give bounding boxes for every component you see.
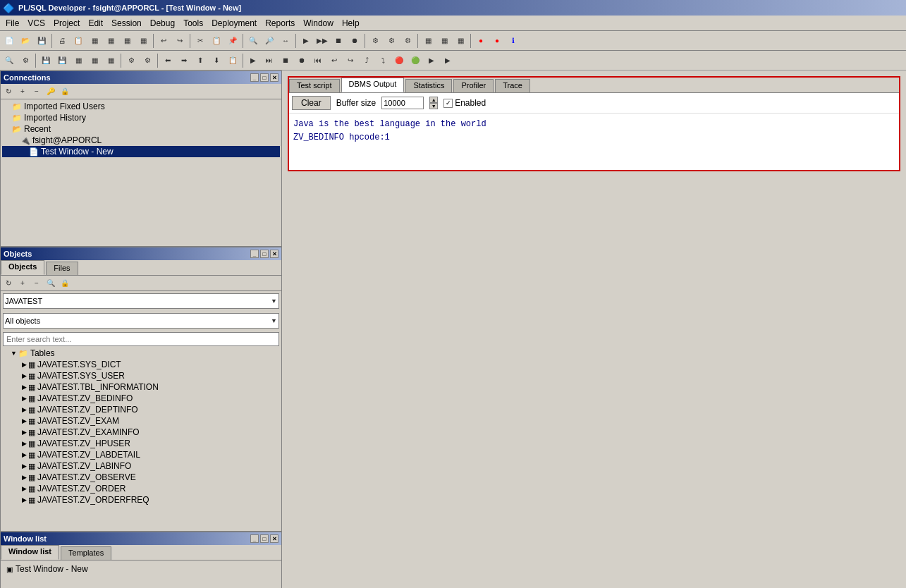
tb2-debug8[interactable]: ⤴	[359, 53, 374, 68]
tb-b1[interactable]: ▦	[87, 33, 102, 49]
objects-search-btn[interactable]: 🔍	[44, 277, 57, 290]
objects-refresh[interactable]: ↻	[2, 277, 15, 290]
tb2-b1[interactable]: ⚙	[18, 53, 33, 68]
tb-info[interactable]: ℹ	[506, 33, 521, 49]
tree-imported-fixed[interactable]: 📁 Imported Fixed Users	[2, 101, 280, 112]
menu-project[interactable]: Project	[49, 17, 84, 30]
tb-open[interactable]: 📂	[18, 33, 33, 49]
tb2-b6[interactable]: ▦	[103, 53, 118, 68]
tb2-b4[interactable]: ▦	[71, 53, 86, 68]
tb2-debug6[interactable]: ↩	[326, 53, 342, 68]
tab-templates[interactable]: Templates	[61, 546, 111, 560]
tb2-back[interactable]: ⬅	[160, 53, 176, 68]
tb-compile2[interactable]: ▶▶	[314, 33, 330, 49]
tb-red2[interactable]: ●	[489, 33, 505, 49]
tb2-debug7[interactable]: ↪	[343, 53, 358, 68]
list-item[interactable]: ▶ ▦ JAVATEST.ZV_ORDERFREQ	[1, 494, 281, 506]
list-item[interactable]: ▶ ▦ JAVATEST.SYS_USER	[1, 370, 281, 381]
list-item[interactable]: ▶ ▦ JAVATEST.ZV_DEPTINFO	[1, 404, 281, 415]
tb-red1[interactable]: ●	[473, 33, 489, 49]
buffer-spin-up[interactable]: ▲	[429, 97, 438, 103]
tb2-debug10[interactable]: 🔴	[391, 53, 407, 68]
tab-trace[interactable]: Trace	[495, 79, 530, 92]
tree-imported-history[interactable]: 📁 Imported History	[2, 112, 280, 123]
window-list-maximize[interactable]: □	[260, 534, 269, 543]
tree-recent[interactable]: 📂 Recent	[2, 123, 280, 135]
tb2-forward[interactable]: ➡	[176, 53, 192, 68]
tb2-debug2[interactable]: ⏭	[262, 53, 277, 68]
tb2-clip[interactable]: 📋	[225, 53, 240, 68]
tb-dbms3[interactable]: ⚙	[400, 33, 415, 49]
enabled-checkbox-container[interactable]: ✓ Enabled	[443, 98, 486, 108]
enabled-checkbox[interactable]: ✓	[443, 99, 453, 108]
tb-dbms2[interactable]: ⚙	[384, 33, 399, 49]
objects-minimize[interactable]: _	[250, 250, 259, 258]
list-item[interactable]: ▶ ▦ JAVATEST.SYS_DICT	[1, 359, 281, 370]
tb2-search[interactable]: 🔍	[1, 53, 17, 68]
tb-compile4[interactable]: ⏺	[347, 33, 362, 49]
tb-b2[interactable]: ▦	[103, 33, 118, 49]
tb2-b2[interactable]: 💾	[38, 53, 54, 68]
tb2-down[interactable]: ⬇	[209, 53, 224, 68]
menu-deployment[interactable]: Deployment	[207, 17, 261, 30]
menu-tools[interactable]: Tools	[179, 17, 207, 30]
tb2-debug1[interactable]: ▶	[245, 53, 261, 68]
tab-dbms-output[interactable]: DBMS Output	[341, 78, 405, 92]
menu-window[interactable]: Window	[299, 17, 338, 30]
menu-vcs[interactable]: VCS	[23, 17, 49, 30]
tb-cut[interactable]: ✂	[192, 33, 208, 49]
list-item[interactable]: ▶ ▦ JAVATEST.TBL_INFORMATION	[1, 381, 281, 393]
list-item[interactable]: ▶ ▦ JAVATEST.ZV_LABDETAIL	[1, 449, 281, 460]
objects-lock[interactable]: 🔒	[59, 277, 71, 290]
tb2-b8[interactable]: ⚙	[140, 53, 155, 68]
connections-minimize[interactable]: _	[250, 73, 259, 82]
tb-save[interactable]: 💾	[34, 33, 49, 49]
list-item[interactable]: ▶ ▦ JAVATEST.ZV_ORDER	[1, 483, 281, 494]
tb-grid3[interactable]: ▦	[453, 33, 468, 49]
tb-print2[interactable]: 📋	[71, 33, 86, 49]
objects-close[interactable]: ✕	[270, 250, 278, 258]
list-item[interactable]: ▶ ▦ JAVATEST.ZV_EXAM	[1, 415, 281, 427]
filter-dropdown[interactable]: All objects ▼	[3, 313, 279, 329]
list-item[interactable]: ▶ ▦ JAVATEST.ZV_HPUSER	[1, 438, 281, 449]
list-item[interactable]: ▶ ▦ JAVATEST.ZV_BEDINFO	[1, 393, 281, 404]
objects-search-input[interactable]	[3, 332, 279, 346]
objects-add[interactable]: +	[16, 277, 29, 290]
tb2-debug4[interactable]: ⏺	[294, 53, 310, 68]
tb2-b3[interactable]: 💾	[54, 53, 70, 68]
tb2-up[interactable]: ⬆	[192, 53, 208, 68]
tree-tables-folder[interactable]: ▼ 📁 Tables	[1, 348, 281, 359]
list-item[interactable]: ▶ ▦ JAVATEST.ZV_OBSERVE	[1, 472, 281, 483]
tb-new[interactable]: 📄	[1, 33, 17, 49]
clear-button[interactable]: Clear	[292, 96, 331, 110]
tb2-debug3[interactable]: ⏹	[278, 53, 293, 68]
connections-remove[interactable]: −	[30, 85, 43, 98]
tab-window-list[interactable]: Window list	[1, 545, 59, 560]
schema-dropdown[interactable]: JAVATEST ▼	[3, 293, 279, 309]
tab-objects[interactable]: Objects	[1, 260, 44, 275]
menu-edit[interactable]: Edit	[84, 17, 107, 30]
buffer-spin-down[interactable]: ▼	[429, 103, 438, 109]
tb-dbms1[interactable]: ⚙	[367, 33, 383, 49]
tb2-b5[interactable]: ▦	[87, 53, 102, 68]
tab-files[interactable]: Files	[46, 262, 78, 275]
connections-maximize[interactable]: □	[260, 73, 269, 82]
tb-b3[interactable]: ▦	[119, 33, 135, 49]
tb-replace[interactable]: ↔	[278, 33, 293, 49]
tb2-debug11[interactable]: 🟢	[408, 53, 423, 68]
tb-grid2[interactable]: ▦	[436, 33, 452, 49]
tb-find2[interactable]: 🔎	[262, 33, 277, 49]
window-list-item[interactable]: ▣ Test Window - New	[4, 563, 278, 575]
buffer-size-input[interactable]	[381, 97, 424, 109]
connections-search2[interactable]: 🔑	[44, 85, 57, 98]
list-item[interactable]: ▶ ▦ JAVATEST.ZV_EXAMINFO	[1, 427, 281, 438]
menu-help[interactable]: Help	[338, 17, 364, 30]
window-list-close[interactable]: ✕	[270, 534, 278, 543]
connections-add[interactable]: +	[16, 85, 29, 98]
menu-file[interactable]: File	[1, 17, 23, 30]
tb2-debug13[interactable]: ▶	[440, 53, 455, 68]
connections-refresh[interactable]: ↻	[2, 85, 15, 98]
tb-print[interactable]: 🖨	[54, 33, 70, 49]
tb2-b7[interactable]: ⚙	[123, 53, 139, 68]
list-item[interactable]: ▶ ▦ JAVATEST.ZV_LABINFO	[1, 460, 281, 472]
